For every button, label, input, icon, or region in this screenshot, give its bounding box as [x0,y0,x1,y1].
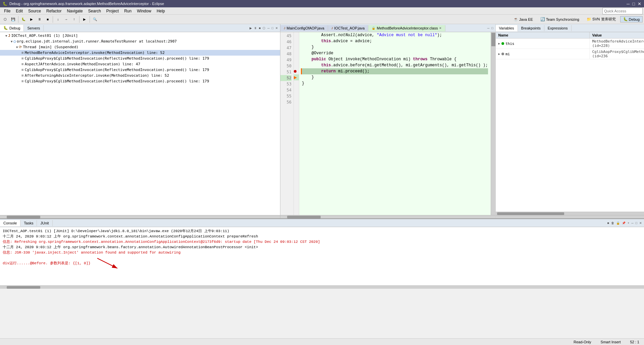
editor-code-area: 45 46 47 48 49 50 51 52 53 54 55 56 [280,32,495,215]
title-text: Debug - org.springframework.aop.framewor… [9,2,164,6]
tb-step-over-button[interactable]: → [62,16,70,23]
editor-vars-container: J MainConfigOfAOP.java J IOCTest_AOP.jav… [280,24,644,218]
tb-debug-button[interactable]: 🐛 [20,16,27,23]
quick-access-input[interactable] [602,8,643,14]
console-scroll-lock-icon[interactable]: 🔒 [615,221,621,225]
debug-tree-hscroll[interactable] [0,215,280,218]
line-num-55: 55 [280,93,291,99]
tree-item-aspect-after[interactable]: ≡ AspectJAfterAdvice.invoke(MethodInvoca… [0,61,280,67]
var-row-this[interactable]: ▶ this MethodBeforeAdviceInterceptor (id… [496,39,644,49]
perspective-java-ee[interactable]: ☕ Java EE [511,16,536,22]
console-maximize-icon[interactable]: □ [635,221,638,225]
tree-item-method-before[interactable]: ≡ MethodBeforeAdviceInterceptor.invoke(M… [0,50,280,56]
tb-resume-button[interactable]: ▶ [28,16,35,23]
debug-tree: ▼ J IOCTest_AOP.test01 (1) [JUnit] ▼ ○ o… [0,32,280,215]
tree-item-after-returning[interactable]: ≡ AfterReturningAdviceInterceptor.invoke… [0,73,280,78]
menu-project[interactable]: Project [104,8,121,14]
line-num-54: 54 [280,87,291,93]
tab-ioc-test[interactable]: J IOCTest_AOP.java [328,25,368,31]
menu-window[interactable]: Window [134,8,154,14]
menu-navigate[interactable]: Navigate [64,8,85,14]
tree-item-thread[interactable]: ▼ ⟳ Thread [main] (Suspended) [0,44,280,50]
tree-item-remote-runner[interactable]: ▼ ○ org.eclipse.jdt.internal.junit.runne… [0,39,280,44]
tab-variables[interactable]: Variables [496,25,518,31]
line-num-48: 48 [280,51,291,57]
console-hscroll[interactable] [0,285,644,289]
menu-edit[interactable]: Edit [13,8,25,14]
tree-item-cglib-1[interactable]: ≡ CglibAopProxy$CglibMethodInvocation(Re… [0,56,280,61]
perspective-svn[interactable]: 📁 SVN 资库研究 [584,16,619,23]
console-close-icon[interactable]: ✕ [639,221,643,225]
console-minimize-icon[interactable]: ─ [631,221,634,225]
debug-disconnect-icon[interactable]: ⬡ [262,26,266,30]
tab-tasks[interactable]: Tasks [20,220,37,226]
editor-hscroll[interactable] [280,215,495,218]
tb-step-return-button[interactable]: ↑ [70,16,78,23]
tab-method-before-interceptor[interactable]: 🔒 MethodBeforeAdviceInterceptor.class ✕ [368,25,445,31]
debug-terminate-icon[interactable]: ■ [258,26,261,30]
menu-file[interactable]: File [1,8,13,14]
debug-minimize-icon[interactable]: ─ [267,26,270,30]
tree-item-cglib-3[interactable]: ≡ CglibAopProxy$CglibMethodInvocation(Re… [0,78,280,84]
bp-49 [294,56,299,62]
code-line-51: this.advice.before(mi.getMethod(), mi.ge… [302,62,488,68]
tb-run-button[interactable]: ▶ [81,16,88,23]
editor-vscroll[interactable] [491,32,495,215]
tb-step-into-button[interactable]: ↓ [54,16,62,23]
menu-refactor[interactable]: Refactor [44,8,64,14]
editor-tabs: J MainConfigOfAOP.java J IOCTest_AOP.jav… [280,24,495,32]
tb-suspend-button[interactable]: ⏸ [36,16,43,23]
maximize-button[interactable]: □ [632,1,635,6]
debug-close-icon[interactable]: ✕ [275,26,279,30]
tab-expressions[interactable]: Expressions [544,25,572,31]
console-new-icon[interactable]: + [627,221,630,225]
variables-panel: Variables Breakpoints Expressions ─ □ ✕ [495,24,644,218]
menu-source[interactable]: Source [25,8,44,14]
debug-resume-icon[interactable]: ▶ [249,26,253,30]
editor-vscroll-thumb [491,33,495,46]
tab-breakpoints[interactable]: Breakpoints [518,25,544,31]
tree-item-junit[interactable]: ▼ J IOCTest_AOP.test01 (1) [JUnit] [0,33,280,39]
close-button[interactable]: ✕ [638,1,641,6]
var-hscroll[interactable] [496,212,644,215]
console-pin-icon[interactable]: 📌 [621,221,626,225]
expand-arrow-2: ▼ [11,40,12,43]
perspective-team-sync[interactable]: 🔄 Team Synchronizing [537,16,582,22]
tree-item-cglib-2[interactable]: ≡ CglibAopProxy$CglibMethodInvocation(Re… [0,67,280,73]
bp-51 [294,68,299,74]
tab-servers[interactable]: Servers [24,25,44,31]
tb-new-button[interactable]: ⬡ [1,16,9,23]
minimize-button[interactable]: ─ [627,1,630,6]
bp-46 [294,38,299,44]
perspective-debug[interactable]: 🐛 Debug [620,16,643,22]
menu-help[interactable]: Help [154,8,168,14]
tab-junit[interactable]: JUnit [37,220,52,226]
stack-icon-5: ≡ [21,73,24,78]
var-value-mi: CglibAopProxy$CglibMethodInvocation (id=… [590,49,644,59]
tb-terminate-button[interactable]: ■ [44,16,51,23]
java-file-icon-2: J [331,26,333,30]
editor-minimize-icon[interactable]: ─ [487,26,490,30]
console-line-2: 信息: Refreshing org.springframework.conte… [3,239,641,245]
var-row-mi[interactable]: ▶ mi CglibAopProxy$CglibMethodInvocation… [496,49,644,59]
var-value-header: Value [590,32,644,38]
menu-run[interactable]: Run [121,8,134,14]
console-content[interactable]: IOCTest_AOP.test01 (1) [JUnit] D:\Develo… [0,227,644,285]
console-clear-icon[interactable]: 🗑 [610,221,615,225]
bp-56 [294,98,299,105]
tab-console[interactable]: Console [0,220,20,226]
tb-search-button[interactable]: 🔍 [91,16,99,23]
console-terminate-icon[interactable]: ■ [606,221,609,225]
tab-main-config[interactable]: J MainConfigOfAOP.java [280,25,328,31]
tab-debug[interactable]: 🐛 Debug [0,25,24,31]
tab-close-button[interactable]: ✕ [439,26,442,30]
editor-hscroll-thumb [287,216,321,218]
debug-maximize-icon[interactable]: □ [271,26,274,30]
menu-search[interactable]: Search [86,8,104,14]
editor-maximize-icon[interactable]: □ [491,26,494,30]
console-header-line: IOCTest_AOP.test01 (1) [JUnit] D:\Develo… [3,228,641,234]
var-bottom-scroll[interactable] [496,215,644,218]
code-content[interactable]: Assert.notNull(advice, "Advice must not … [299,32,491,215]
debug-suspend-icon[interactable]: ⏸ [253,26,258,30]
tb-save-button[interactable]: 💾 [9,16,17,23]
